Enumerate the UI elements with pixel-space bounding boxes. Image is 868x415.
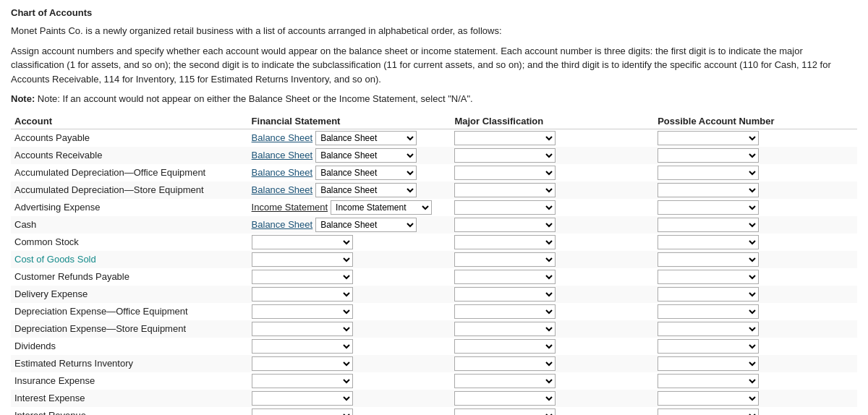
financial-dropdown[interactable]: Balance SheetIncome StatementN/A <box>252 235 353 249</box>
major-cell <box>451 251 654 268</box>
possible-cell <box>654 268 857 286</box>
major-dropdown[interactable] <box>454 218 556 232</box>
financial-dropdown[interactable]: Balance SheetIncome StatementN/A <box>252 287 353 301</box>
major-cell <box>451 181 654 199</box>
major-cell <box>451 268 654 286</box>
possible-cell <box>654 234 857 251</box>
major-dropdown[interactable] <box>454 287 556 301</box>
header-financial: Financial Statement <box>248 114 451 129</box>
major-dropdown[interactable] <box>454 148 556 163</box>
account-name: Depreciation Expense—Office Equipment <box>14 306 188 317</box>
major-dropdown[interactable] <box>454 356 556 371</box>
possible-cell <box>654 372 857 390</box>
table-row: Customer Refunds PayableBalance SheetInc… <box>11 268 857 286</box>
possible-dropdown[interactable] <box>658 391 759 406</box>
possible-dropdown[interactable] <box>658 131 759 145</box>
account-name: Depreciation Expense—Store Equipment <box>14 323 186 334</box>
possible-cell <box>654 303 857 320</box>
major-dropdown[interactable] <box>454 166 556 180</box>
possible-dropdown[interactable] <box>658 148 759 163</box>
possible-dropdown[interactable] <box>658 252 759 267</box>
major-cell <box>451 303 654 320</box>
possible-dropdown[interactable] <box>658 408 759 416</box>
intro-text: Monet Paints Co. is a newly organized re… <box>11 24 857 38</box>
major-dropdown[interactable] <box>454 374 556 388</box>
financial-dropdown[interactable]: Balance SheetIncome StatementN/A <box>315 148 417 163</box>
financial-dropdown[interactable]: Balance SheetIncome StatementN/A <box>331 200 432 215</box>
possible-cell <box>654 251 857 268</box>
financial-dropdown[interactable]: Balance SheetIncome StatementN/A <box>252 356 353 371</box>
possible-dropdown[interactable] <box>658 339 759 354</box>
note-content: Note: If an account would not appear on … <box>38 93 473 104</box>
possible-dropdown[interactable] <box>658 304 759 319</box>
major-dropdown[interactable] <box>454 408 556 416</box>
financial-cell: Balance SheetIncome StatementN/A <box>248 390 451 407</box>
possible-dropdown[interactable] <box>658 374 759 388</box>
possible-dropdown[interactable] <box>658 166 759 180</box>
table-row: Cost of Goods SoldBalance SheetIncome St… <box>11 251 857 268</box>
financial-dropdown[interactable]: Balance SheetIncome StatementN/A <box>252 339 353 354</box>
financial-cell: Balance SheetIncome StatementN/A <box>248 251 451 268</box>
major-dropdown[interactable] <box>454 322 556 336</box>
table-row: Interest ExpenseBalance SheetIncome Stat… <box>11 390 857 407</box>
possible-dropdown[interactable] <box>658 183 759 197</box>
major-cell <box>451 164 654 181</box>
financial-label: Balance Sheet <box>252 184 313 195</box>
financial-cell: Balance SheetIncome StatementN/A <box>248 372 451 390</box>
possible-dropdown[interactable] <box>658 356 759 371</box>
possible-dropdown[interactable] <box>658 218 759 232</box>
account-name: Interest Revenue <box>14 410 86 415</box>
major-dropdown[interactable] <box>454 131 556 145</box>
table-row: Advertising ExpenseIncome StatementBalan… <box>11 199 857 216</box>
possible-cell <box>654 129 857 147</box>
table-row: Interest RevenueBalance SheetIncome Stat… <box>11 407 857 416</box>
financial-dropdown[interactable]: Balance SheetIncome StatementN/A <box>315 131 417 145</box>
major-dropdown[interactable] <box>454 391 556 406</box>
major-cell <box>451 147 654 164</box>
page-title: Chart of Accounts <box>11 7 857 18</box>
possible-dropdown[interactable] <box>658 287 759 301</box>
major-dropdown[interactable] <box>454 339 556 354</box>
financial-dropdown[interactable]: Balance SheetIncome StatementN/A <box>315 218 417 232</box>
major-dropdown[interactable] <box>454 252 556 267</box>
accounts-table-container: Account Financial Statement Major Classi… <box>11 114 857 416</box>
account-name: Dividends <box>14 341 56 351</box>
financial-cell: Income StatementBalance SheetIncome Stat… <box>248 199 451 216</box>
major-dropdown[interactable] <box>454 270 556 284</box>
major-cell <box>451 199 654 216</box>
financial-dropdown[interactable]: Balance SheetIncome StatementN/A <box>315 166 417 180</box>
financial-dropdown[interactable]: Balance SheetIncome StatementN/A <box>252 252 353 267</box>
possible-dropdown[interactable] <box>658 235 759 249</box>
major-cell <box>451 407 654 416</box>
possible-dropdown[interactable] <box>658 322 759 336</box>
possible-dropdown[interactable] <box>658 270 759 284</box>
financial-dropdown[interactable]: Balance SheetIncome StatementN/A <box>252 391 353 406</box>
major-cell <box>451 286 654 303</box>
table-row: Depreciation Expense—Store EquipmentBala… <box>11 320 857 338</box>
financial-dropdown[interactable]: Balance SheetIncome StatementN/A <box>315 183 417 197</box>
major-dropdown[interactable] <box>454 235 556 249</box>
financial-label: Balance Sheet <box>252 132 313 143</box>
financial-dropdown[interactable]: Balance SheetIncome StatementN/A <box>252 304 353 319</box>
table-row: Accounts ReceivableBalance SheetBalance … <box>11 147 857 164</box>
possible-cell <box>654 355 857 372</box>
possible-cell <box>654 320 857 338</box>
table-row: Accumulated Depreciation—Office Equipmen… <box>11 164 857 181</box>
major-dropdown[interactable] <box>454 200 556 215</box>
major-dropdown[interactable] <box>454 183 556 197</box>
possible-dropdown[interactable] <box>658 200 759 215</box>
note-text: Note: Note: If an account would not appe… <box>11 92 857 106</box>
account-name: Estimated Returns Inventory <box>14 358 133 369</box>
financial-dropdown[interactable]: Balance SheetIncome StatementN/A <box>252 322 353 336</box>
financial-cell: Balance SheetIncome StatementN/A <box>248 320 451 338</box>
table-row: Depreciation Expense—Office EquipmentBal… <box>11 303 857 320</box>
financial-dropdown[interactable]: Balance SheetIncome StatementN/A <box>252 374 353 388</box>
account-name: Cash <box>14 219 36 230</box>
financial-cell: Balance SheetBalance SheetIncome Stateme… <box>248 181 451 199</box>
table-row: Accumulated Depreciation—Store Equipment… <box>11 181 857 199</box>
major-cell <box>451 372 654 390</box>
financial-dropdown[interactable]: Balance SheetIncome StatementN/A <box>252 408 353 416</box>
financial-cell: Balance SheetBalance SheetIncome Stateme… <box>248 129 451 147</box>
financial-dropdown[interactable]: Balance SheetIncome StatementN/A <box>252 270 353 284</box>
major-dropdown[interactable] <box>454 304 556 319</box>
